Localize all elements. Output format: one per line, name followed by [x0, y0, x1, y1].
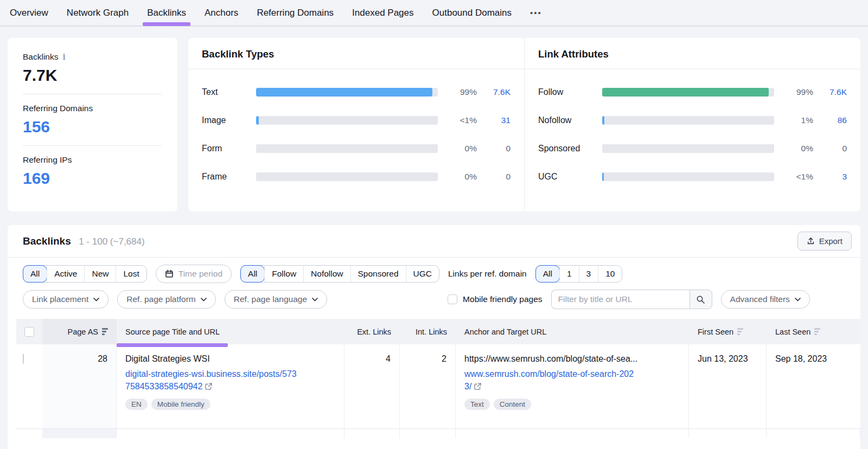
link-attributes-title: Link Attributes	[525, 38, 860, 69]
bar-track	[256, 144, 438, 153]
column-header-int-links[interactable]: Int. Links	[400, 319, 456, 344]
follow-option-all[interactable]: All	[240, 265, 265, 283]
table-title: Backlinks	[23, 235, 71, 247]
table-row: 28 Digital Strategies WSI digital-strate…	[16, 344, 860, 429]
column-header-last-seen[interactable]: Last Seen	[767, 319, 860, 344]
bar-track	[602, 88, 774, 97]
bar-fill	[602, 116, 604, 125]
column-header-anchor[interactable]: Anchor and Target URL	[456, 319, 689, 344]
row-int-links: 2	[400, 344, 456, 428]
lpd-option-1[interactable]: 1	[559, 266, 579, 282]
select-all-cell	[16, 319, 42, 344]
backlink-types-panel: Backlink Types Text 99% 7.6K Image <1% 3…	[188, 38, 524, 211]
follow-option-ugc[interactable]: UGC	[406, 266, 439, 282]
link-attributes-panel: Link Attributes Follow 99% 7.6K Nofollow…	[524, 38, 860, 211]
table-column-headers: Page AS Source page Title and URL Ext. L…	[16, 319, 860, 344]
bar-fill	[602, 172, 604, 181]
chevron-down-icon	[312, 298, 318, 302]
column-header-page-as[interactable]: Page AS	[42, 319, 117, 344]
bar-fill	[602, 88, 769, 97]
advanced-filters-dropdown[interactable]: Advanced filters	[721, 290, 810, 309]
backlink-types-title: Backlink Types	[188, 38, 524, 69]
mobile-friendly-checkbox-wrap[interactable]: Mobile friendly pages	[448, 294, 542, 304]
summary-card: Backlinks i 7.7K Referring Domains 156 R…	[8, 38, 177, 211]
column-header-source[interactable]: Source page Title and URL	[117, 319, 344, 344]
table-row-partial	[16, 429, 860, 438]
chevron-down-icon	[201, 298, 207, 302]
distribution-card: Backlink Types Text 99% 7.6K Image <1% 3…	[188, 38, 860, 211]
follow-option-nofollow[interactable]: Nofollow	[303, 266, 350, 282]
tab-network-graph[interactable]: Network Graph	[67, 1, 129, 25]
ref-page-platform-dropdown[interactable]: Ref. page platform	[117, 290, 216, 309]
bar-row-ugc: UGC <1% 3	[538, 163, 847, 191]
column-highlight-underline	[117, 343, 228, 347]
sort-icon	[814, 328, 820, 335]
status-filter: All Active New Lost	[23, 265, 147, 283]
report-tabs-bar: Overview Network Graph Backlinks Anchors…	[0, 0, 868, 27]
row-select-cell	[16, 344, 42, 428]
overview-cards-row: Backlinks i 7.7K Referring Domains 156 R…	[8, 38, 860, 211]
bar-track	[602, 116, 774, 125]
row-checkbox[interactable]	[23, 354, 24, 364]
active-tab-underline	[143, 22, 190, 26]
row-anchor-cell: https://www.semrush.com/blog/state-of-se…	[456, 344, 689, 428]
column-header-ext-links[interactable]: Ext. Links	[344, 319, 400, 344]
status-option-active[interactable]: Active	[47, 266, 84, 282]
link-placement-dropdown[interactable]: Link placement	[23, 290, 108, 309]
time-period-button[interactable]: Time period	[156, 265, 232, 283]
bar-fill	[256, 88, 432, 97]
search-button[interactable]	[690, 290, 712, 309]
target-url[interactable]: www.semrush.com/blog/state-of-search-202…	[464, 368, 680, 393]
tab-outbound-domains[interactable]: Outbound Domains	[432, 1, 512, 25]
link-type-tag: Text	[464, 399, 490, 410]
source-page-title: Digital Strategies WSI	[125, 354, 335, 364]
links-per-domain-label: Links per ref. domain	[448, 269, 527, 279]
referring-ips-value[interactable]: 169	[23, 169, 162, 188]
sort-icon	[737, 328, 743, 335]
tab-referring-domains[interactable]: Referring Domains	[257, 1, 334, 25]
lpd-option-10[interactable]: 10	[598, 266, 622, 282]
follow-option-follow[interactable]: Follow	[264, 266, 303, 282]
bar-row-form: Form 0% 0	[202, 134, 510, 163]
bar-row-frame: Frame 0% 0	[202, 163, 510, 191]
bar-track	[602, 144, 774, 153]
table-range: 1 - 100 (~7,684)	[79, 236, 144, 247]
lpd-option-3[interactable]: 3	[579, 266, 598, 282]
backlinks-table-card: Backlinks 1 - 100 (~7,684) Export All Ac…	[8, 225, 860, 449]
info-icon[interactable]: i	[62, 53, 65, 61]
tab-backlinks[interactable]: Backlinks	[147, 1, 186, 25]
referring-domains-value[interactable]: 156	[23, 118, 162, 136]
backlinks-table-header: Backlinks 1 - 100 (~7,684) Export	[8, 225, 860, 258]
referring-domains-label: Referring Domains	[23, 104, 162, 113]
search-input[interactable]	[551, 290, 690, 309]
backlinks-metric-value: 7.7K	[23, 66, 162, 85]
filters-panel: All Active New Lost Time period All Foll…	[8, 258, 860, 312]
tab-overview[interactable]: Overview	[10, 1, 48, 25]
chevron-down-icon	[93, 298, 99, 302]
row-last-seen: Sep 18, 2023	[767, 344, 860, 428]
bar-fill	[256, 116, 259, 125]
bar-row-sponsored: Sponsored 0% 0	[538, 134, 847, 163]
more-tabs-icon[interactable]: •••	[530, 8, 542, 17]
source-page-url[interactable]: digital-strategies-wsi.business.site/pos…	[125, 368, 335, 393]
select-all-checkbox[interactable]	[24, 327, 34, 337]
divider	[23, 145, 162, 146]
bar-track	[602, 172, 774, 181]
row-page-as: 28	[42, 344, 117, 428]
export-button[interactable]: Export	[797, 232, 852, 251]
ref-page-language-dropdown[interactable]: Ref. page language	[225, 290, 327, 309]
bar-track	[256, 172, 438, 181]
tab-indexed-pages[interactable]: Indexed Pages	[352, 1, 413, 25]
follow-option-sponsored[interactable]: Sponsored	[350, 266, 406, 282]
mobile-friendly-checkbox[interactable]	[448, 294, 457, 304]
tab-anchors[interactable]: Anchors	[205, 1, 238, 25]
row-first-seen: Jun 13, 2023	[689, 344, 767, 428]
column-header-first-seen[interactable]: First Seen	[689, 319, 767, 344]
divider	[23, 94, 162, 94]
status-option-all[interactable]: All	[23, 265, 47, 283]
lpd-option-all[interactable]: All	[535, 265, 560, 283]
status-option-lost[interactable]: Lost	[116, 266, 146, 282]
bar-row-follow: Follow 99% 7.6K	[538, 78, 847, 106]
follow-filter: All Follow Nofollow Sponsored UGC	[240, 265, 439, 283]
status-option-new[interactable]: New	[84, 266, 116, 282]
